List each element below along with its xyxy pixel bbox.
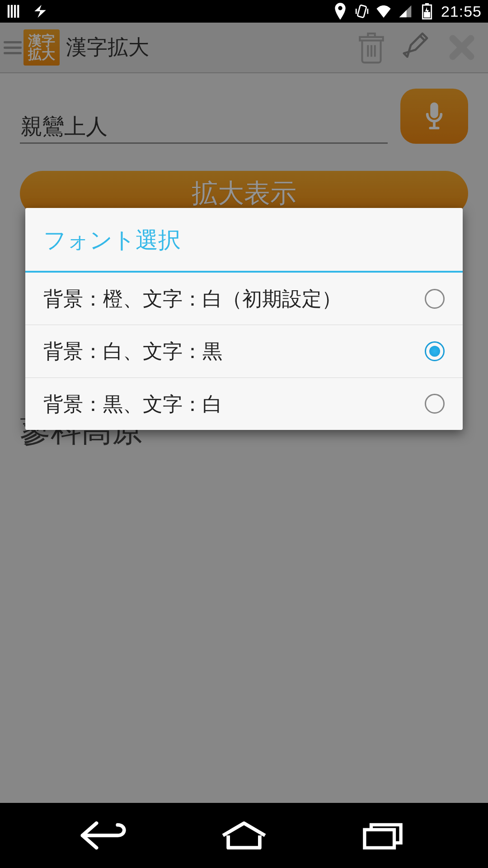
svg-rect-2	[14, 5, 16, 18]
home-button[interactable]	[212, 817, 276, 854]
radio-icon	[425, 289, 445, 309]
battery-icon	[419, 4, 435, 19]
wifi-icon	[376, 4, 391, 19]
radio-icon	[425, 394, 445, 414]
svg-rect-0	[8, 5, 9, 18]
status-app-icon	[6, 4, 22, 19]
signal-icon	[398, 4, 413, 19]
radio-icon	[425, 341, 445, 361]
recent-button[interactable]	[351, 817, 414, 854]
back-button[interactable]	[74, 817, 137, 854]
svg-rect-1	[11, 5, 13, 18]
vibrate-icon	[354, 4, 370, 19]
font-option-2[interactable]: 背景：黒、文字：白	[25, 378, 463, 430]
back-icon	[78, 820, 132, 851]
lightning-icon	[33, 4, 48, 19]
font-option-0[interactable]: 背景：橙、文字：白（初期設定）	[25, 273, 463, 325]
svg-rect-4	[357, 5, 366, 18]
nav-bar	[0, 803, 488, 868]
font-option-1[interactable]: 背景：白、文字：黒	[25, 325, 463, 377]
status-bar: 21:55	[0, 0, 488, 23]
location-icon	[333, 4, 348, 19]
option-label: 背景：橙、文字：白（初期設定）	[43, 285, 425, 312]
svg-rect-9	[365, 830, 394, 848]
option-label: 背景：白、文字：黒	[43, 338, 425, 364]
recent-icon	[360, 821, 405, 849]
option-label: 背景：黒、文字：白	[43, 391, 425, 417]
status-time: 21:55	[441, 3, 482, 20]
svg-rect-3	[17, 5, 19, 18]
home-icon	[219, 821, 269, 849]
dialog-title: フォント選択	[25, 208, 463, 273]
font-select-dialog: フォント選択 背景：橙、文字：白（初期設定） 背景：白、文字：黒 背景：黒、文字…	[25, 208, 463, 430]
